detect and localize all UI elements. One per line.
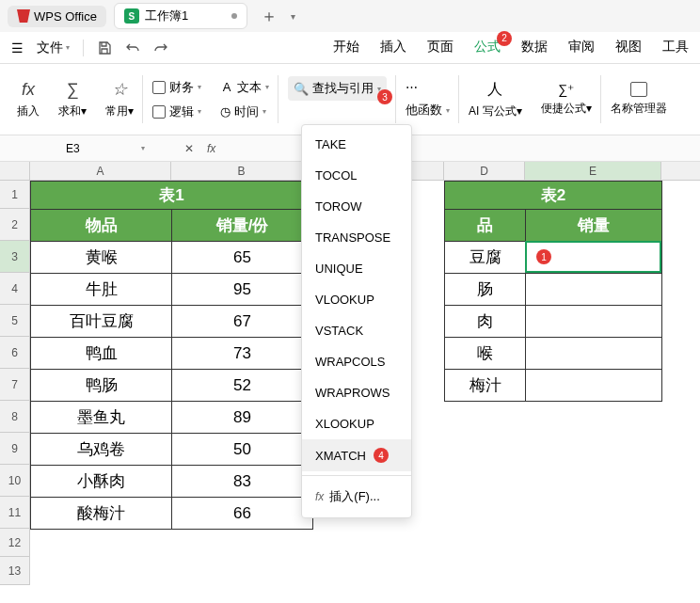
table-2: 表2品销量豆腐肠肉喉梅汁: [444, 181, 662, 402]
dropdown-item-vstack[interactable]: VSTACK: [302, 315, 411, 346]
ai-icon: 人: [487, 80, 502, 100]
more-icon: ⋯: [406, 80, 418, 94]
dropdown-item-vlookup[interactable]: VLOOKUP: [302, 284, 411, 315]
finance-icon: [152, 81, 166, 94]
chevron-down-icon: ▾: [141, 144, 145, 152]
quick-formula-group[interactable]: ∑⁺ 便捷公式▾: [532, 64, 601, 135]
undo-icon[interactable]: [125, 40, 140, 56]
fx-icon[interactable]: fx: [207, 142, 215, 155]
row-header-7[interactable]: 7: [0, 369, 29, 401]
fx-icon: fx: [22, 80, 35, 100]
wps-logo-icon: [17, 9, 30, 23]
clock-icon: ◷: [220, 104, 231, 119]
file-menu[interactable]: 文件▾: [37, 40, 70, 56]
titlebar: WPS Office S 工作簿1 ＋ ▾: [0, 0, 700, 32]
menu-tab-7[interactable]: 工具: [662, 39, 689, 57]
quick-icon: ∑⁺: [558, 82, 574, 97]
row-header-10[interactable]: 10: [0, 465, 29, 497]
insert-fn-group[interactable]: fx 插入: [8, 64, 49, 135]
row-header-1[interactable]: 1: [0, 181, 29, 209]
row-header-13[interactable]: 13: [0, 557, 29, 585]
common-group[interactable]: ☆ 常用▾: [96, 64, 143, 135]
ribbon-tabs: 开始插入页面公式2数据审阅视图工具: [333, 39, 689, 57]
row-header-3[interactable]: 3: [0, 241, 29, 273]
sigma-icon: ∑: [67, 80, 79, 100]
star-icon: ☆: [112, 79, 127, 100]
dropdown-item-unique[interactable]: UNIQUE: [302, 253, 411, 284]
menubar: ☰ 文件▾ 开始插入页面公式2数据审阅视图工具: [0, 32, 700, 64]
row-header-2[interactable]: 2: [0, 209, 29, 241]
row-header-4[interactable]: 4: [0, 273, 29, 305]
text-a-icon: A: [220, 80, 233, 94]
lookup-ref-button[interactable]: 🔍查找与引用▾ 3: [288, 76, 387, 101]
text-button[interactable]: A文本▾: [220, 79, 269, 96]
dropdown-item-wrapcols[interactable]: WRAPCOLS: [302, 346, 411, 377]
menu-three-lines-icon[interactable]: ☰: [11, 40, 24, 56]
row-header-9[interactable]: 9: [0, 433, 29, 465]
sheet-type-icon: S: [124, 8, 139, 24]
menu-tab-6[interactable]: 视图: [615, 39, 642, 57]
menu-tab-3[interactable]: 公式2: [474, 39, 501, 57]
cancel-icon[interactable]: ✕: [184, 142, 194, 155]
redo-icon[interactable]: [153, 40, 168, 56]
add-tab-button[interactable]: ＋: [255, 5, 283, 27]
other-fn-button[interactable]: ⋯: [406, 80, 450, 94]
finance-button[interactable]: 财务▾: [152, 79, 201, 96]
row-headers: 12345678910111213: [0, 181, 30, 585]
lookup-badge: 3: [377, 89, 392, 104]
wps-badge: WPS Office: [8, 6, 106, 27]
row-header-8[interactable]: 8: [0, 401, 29, 433]
search-icon: 🔍: [294, 82, 309, 96]
menu-tab-1[interactable]: 插入: [380, 39, 406, 57]
tab-chevron-icon[interactable]: ▾: [291, 11, 295, 22]
dropdown-item-take[interactable]: TAKE: [302, 129, 411, 160]
col-header-A[interactable]: A: [30, 162, 171, 180]
col-header-E[interactable]: E: [525, 162, 661, 180]
row-header-5[interactable]: 5: [0, 305, 29, 337]
logic-button[interactable]: 逻辑▾: [152, 103, 201, 120]
dropdown-insert-fn[interactable]: fx插入(F)...: [302, 480, 411, 514]
name-manager-icon: [630, 82, 647, 97]
row-header-12[interactable]: 12: [0, 529, 29, 557]
workbook-tab[interactable]: S 工作簿1: [114, 3, 247, 29]
time-button[interactable]: ◷时间▾: [220, 103, 269, 120]
dropdown-item-xmatch[interactable]: XMATCH4: [302, 439, 411, 471]
fx-icon: fx: [315, 490, 324, 503]
menu-tab-0[interactable]: 开始: [333, 39, 359, 57]
sum-group[interactable]: ∑ 求和▾: [49, 64, 96, 135]
save-icon[interactable]: [97, 40, 112, 56]
dropdown-item-wraprows[interactable]: WRAPROWS: [302, 377, 411, 408]
name-box[interactable]: E3 ▾: [58, 142, 152, 155]
row-header-6[interactable]: 6: [0, 337, 29, 369]
name-manager-group[interactable]: 名称管理器: [601, 64, 676, 135]
table-1: 表1物品销量/份黄喉65牛肚95百叶豆腐67鸭血73鸭肠52墨鱼丸89乌鸡卷50…: [30, 181, 313, 530]
select-all-corner[interactable]: [0, 162, 30, 180]
col-header-B[interactable]: B: [171, 162, 312, 180]
selection-badge: 1: [536, 249, 551, 264]
dropdown-item-transpose[interactable]: TRANSPOSE: [302, 222, 411, 253]
menu-badge: 2: [497, 31, 512, 46]
function-dropdown: TAKETOCOLTOROWTRANSPOSEUNIQUEVLOOKUPVSTA…: [301, 124, 412, 518]
menu-tab-4[interactable]: 数据: [521, 39, 548, 57]
menu-tab-5[interactable]: 审阅: [568, 39, 595, 57]
app-name: WPS Office: [34, 9, 97, 24]
separator: [83, 40, 84, 56]
row-header-11[interactable]: 11: [0, 497, 29, 529]
ai-formula-group[interactable]: 人 AI 写公式▾: [459, 64, 532, 135]
dropdown-item-tocol[interactable]: TOCOL: [302, 160, 411, 191]
logic-icon: [152, 105, 166, 119]
unsaved-dot-icon: [231, 13, 237, 19]
dropdown-item-xlookup[interactable]: XLOOKUP: [302, 408, 411, 439]
dropdown-badge: 4: [374, 448, 389, 463]
col-header-D[interactable]: D: [444, 162, 525, 180]
workbook-name: 工作簿1: [145, 8, 188, 24]
menu-tab-2[interactable]: 页面: [427, 39, 453, 57]
dropdown-item-torow[interactable]: TOROW: [302, 191, 411, 222]
